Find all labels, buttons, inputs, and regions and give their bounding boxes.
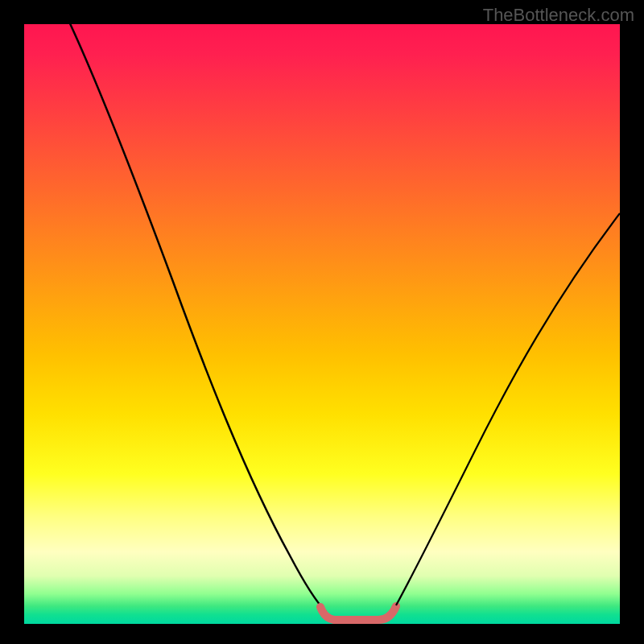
bottleneck-curve-left <box>68 24 326 612</box>
bottom-flat-highlight <box>320 606 396 620</box>
chart-curves-svg <box>24 24 620 624</box>
chart-plot-area <box>24 24 620 624</box>
watermark-text: TheBottleneck.com <box>483 5 634 26</box>
bottleneck-curve-right <box>396 213 620 605</box>
